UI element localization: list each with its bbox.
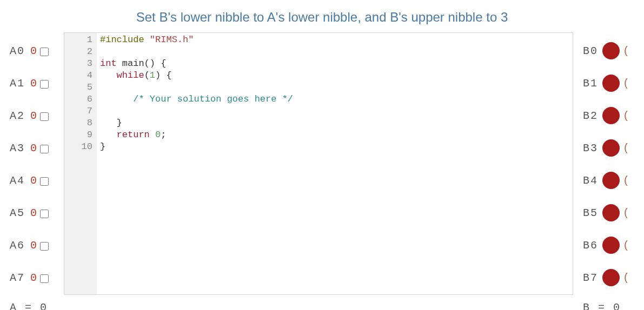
input-panel: A0 0 A1 0 A2 0 A3 0 A4 0 A5 0 [0,32,64,310]
output-row: B0 ( [583,35,643,67]
page-title: Set B's lower nibble to A's lower nibble… [0,0,644,32]
code-line: /* Your solution goes here */ [100,93,573,105]
input-row: A5 0 [10,197,64,229]
input-value: 0 [30,77,37,90]
led-icon[interactable] [602,269,620,286]
output-extra: ( [623,239,629,252]
input-label: A1 [10,77,25,90]
led-icon[interactable] [602,75,620,92]
input-value: 0 [30,174,37,187]
input-checkbox-A1[interactable] [40,80,49,89]
code-line: } [100,117,573,129]
line-number-gutter: 1 2 3 4 5 6 7 8 9 10 [64,33,97,294]
output-extra: ( [623,207,629,219]
input-checkbox-A6[interactable] [40,242,49,251]
led-icon[interactable] [602,107,620,124]
line-number: 7 [64,105,97,117]
line-number: 9 [64,129,97,141]
input-row: A0 0 [10,35,64,67]
led-icon[interactable] [602,42,620,59]
output-row: B5 ( [583,197,643,229]
output-extra: ( [623,174,629,187]
output-extra: ( [623,77,629,90]
input-checkbox-A0[interactable] [40,48,49,56]
input-checkbox-A4[interactable] [40,177,49,186]
output-row: B2 ( [583,99,643,132]
input-value: 0 [30,45,37,57]
input-row: A2 0 [10,99,64,132]
code-line [100,46,573,58]
line-number: 5 [64,82,97,93]
output-panel: B0 ( B1 ( B2 ( B3 ( B4 ( B5 ( [573,32,643,310]
led-icon[interactable] [602,237,620,254]
output-label: B7 [583,272,598,284]
line-number: 6 [64,93,97,105]
input-row: A6 0 [10,229,64,261]
line-number: 2 [64,46,97,58]
code-line: } [100,141,573,153]
input-label: A0 [10,45,25,57]
input-value: 0 [30,207,37,219]
output-label: B5 [583,207,598,219]
output-row: B1 ( [583,67,643,99]
line-number: 10 [64,141,97,153]
input-label: A5 [10,207,25,219]
input-row: A3 0 [10,132,64,164]
led-icon[interactable] [602,139,620,157]
output-label: B3 [583,142,598,154]
input-checkbox-A2[interactable] [40,112,49,121]
code-line [100,105,573,117]
input-checkbox-A3[interactable] [40,145,49,153]
output-row: B4 ( [583,164,643,197]
code-line: #include "RIMS.h" [100,34,573,46]
input-value: 0 [30,239,37,252]
input-label: A7 [10,272,25,284]
main-layout: A0 0 A1 0 A2 0 A3 0 A4 0 A5 0 [0,32,644,310]
input-value: 0 [30,272,37,284]
input-label: A2 [10,110,25,122]
input-value: 0 [30,110,37,122]
input-checkbox-A7[interactable] [40,274,49,283]
output-extra: ( [623,110,629,122]
input-label: A6 [10,239,25,252]
code-editor[interactable]: 1 2 3 4 5 6 7 8 9 10 #include "RIMS.h" i… [64,32,573,295]
output-extra: ( [623,142,629,154]
output-row: B6 ( [583,229,643,261]
output-label: B2 [583,110,598,122]
led-icon[interactable] [602,204,620,221]
output-row: B7 ( [583,261,643,294]
input-summary: A = 0 [10,294,64,310]
input-checkbox-A5[interactable] [40,210,49,218]
led-icon[interactable] [602,172,620,189]
input-label: A3 [10,142,25,154]
output-label: B6 [583,239,598,252]
code-line: return 0; [100,129,573,141]
code-line: while(1) { [100,70,573,82]
line-number: 8 [64,117,97,129]
line-number: 3 [64,58,97,70]
output-extra: ( [623,45,629,57]
output-summary: B = 0 [583,294,643,310]
line-number: 4 [64,70,97,82]
input-value: 0 [30,142,37,154]
line-number: 1 [64,34,97,46]
code-line [100,82,573,93]
code-line: int main() { [100,58,573,70]
output-label: B0 [583,45,598,57]
output-label: B4 [583,174,598,187]
input-row: A1 0 [10,67,64,99]
code-content[interactable]: #include "RIMS.h" int main() { while(1) … [97,33,573,294]
output-label: B1 [583,77,598,90]
input-label: A4 [10,174,25,187]
input-row: A4 0 [10,164,64,197]
output-extra: ( [623,272,629,284]
output-row: B3 ( [583,132,643,164]
input-row: A7 0 [10,261,64,294]
